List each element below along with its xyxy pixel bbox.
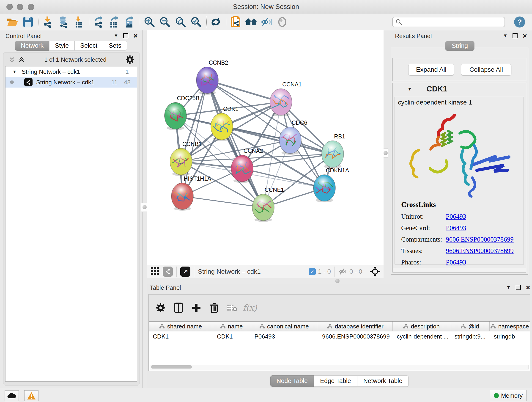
toolbar-separator [366,267,366,277]
crosslink-link[interactable]: P06493 [446,213,466,220]
glass-pane-button[interactable] [276,16,289,28]
crosslink-link[interactable]: P06493 [446,224,466,232]
hide-glass-pane-button[interactable] [260,16,273,28]
tab-select[interactable]: Select [75,41,103,51]
protein-structure-image [405,111,513,198]
delete-columns-button[interactable] [208,302,220,314]
export-table-button[interactable] [108,16,120,28]
zoom-in-icon [144,16,155,28]
column-header-canonical-name[interactable]: canonical name [250,322,318,331]
column-header-name[interactable]: name [213,322,250,331]
float-panel-button[interactable]: ▼ [503,33,508,38]
export-image-button[interactable] [123,16,136,28]
cloud-status-button[interactable] [5,390,19,401]
column-header-namespace[interactable]: namespace [490,322,530,331]
apply-layout-button[interactable] [209,16,222,28]
network-collection-row[interactable]: ▼ String Network – cdk1 1 [6,66,137,77]
search-field[interactable] [392,17,505,27]
protein-node[interactable]: CCNA1 [270,81,302,116]
protein-node[interactable]: HIST1H1A [171,175,211,211]
gene-collapse-icon[interactable]: ▼ [407,86,412,92]
close-panel-button[interactable]: × [523,34,527,38]
pan-crosshair-button[interactable] [370,266,380,277]
crosslink-link[interactable]: P06493 [446,259,466,266]
zoom-in-button[interactable] [143,16,156,28]
scrollbar-thumb[interactable] [151,365,192,369]
network-canvas[interactable]: CCNB2CCNA1CDC25BCDK1CDC6RB1CCNB1CCNA2CDK… [147,30,384,265]
create-column-button[interactable] [190,302,202,314]
table-cell[interactable]: P06493 [250,333,318,340]
collapse-all-button[interactable]: Collapse All [461,64,511,76]
collapse-all-networks-icon[interactable] [8,56,16,64]
memory-button[interactable]: Memory [490,390,526,401]
gene-card-header[interactable]: ▼ CDK1 [393,83,526,95]
string-view-button[interactable] [163,267,173,277]
network-options-gear-icon[interactable] [125,55,134,64]
column-header-database-identifier[interactable]: database identifier [318,322,393,331]
results-panel-title: Results Panel [395,32,432,39]
tab-sets[interactable]: Sets [103,41,127,51]
results-horizontal-scrollbar[interactable] [393,268,526,272]
network-row-selected[interactable]: String Network – cdk1 11 48 [6,77,137,88]
crosslink-link[interactable]: 9606.ENSP00000378699 [446,236,514,243]
warnings-button[interactable] [24,390,38,401]
column-header--id[interactable]: @id [450,322,490,331]
selected-indicator-checkbox[interactable]: ✓ [309,268,316,275]
import-network-database-button[interactable] [57,16,70,28]
float-panel-button[interactable]: ▼ [506,285,511,290]
maximize-panel-button[interactable] [123,33,128,38]
control-panel-tabs: Network Style Select Sets [15,41,127,51]
tab-node-table[interactable]: Node Table [270,375,314,387]
protein-node[interactable]: RB1 [322,133,345,168]
collection-expand-icon[interactable]: ▼ [12,69,17,74]
network-from-document-button[interactable] [229,16,242,28]
protein-node[interactable]: CDC25B [165,95,200,130]
float-panel-button[interactable]: ▼ [114,33,119,38]
toolbar-separator [89,16,89,28]
import-table-file-button[interactable] [72,16,85,28]
gene-card-body: cyclin-dependent kinase 1 [394,97,524,264]
table-cell[interactable]: cyclin-dependent ... [393,333,450,340]
table-cell[interactable]: 9606.ENSP00000378699 [318,333,393,340]
import-network-file-button[interactable] [41,16,54,28]
export-network-icon [93,16,104,28]
table-horizontal-scrollbar[interactable] [150,365,529,370]
toolbar-separator [140,16,140,28]
table-cell[interactable]: stringdb:9... [450,333,490,340]
close-panel-button[interactable]: × [526,285,530,289]
table-data-row[interactable]: CDK1CDK1P064939606.ENSP00000378699cyclin… [149,332,530,341]
table-cell[interactable]: CDK1 [149,333,213,340]
network-graph[interactable]: CCNB2CCNA1CDC25BCDK1CDC6RB1CCNB1CCNA2CDK… [147,30,384,265]
tab-edge-table[interactable]: Edge Table [314,375,357,387]
maximize-panel-button[interactable] [516,285,521,290]
bottom-splitter-handle[interactable] [335,279,340,283]
zoom-out-button[interactable] [158,16,171,28]
protein-node[interactable]: CDKN1A [313,167,349,202]
expand-all-networks-icon[interactable] [18,56,25,64]
export-network-button[interactable] [92,16,105,28]
birds-eye-view-button[interactable]: ↗ [180,267,190,277]
search-input[interactable] [402,18,500,26]
table-panel: Table Panel ▼ × [147,284,532,386]
open-session-button[interactable] [6,16,19,28]
close-panel-button[interactable]: × [133,34,138,38]
show-grid-button[interactable] [150,267,159,277]
show-columns-button[interactable] [172,302,184,314]
expand-all-button[interactable]: Expand All [408,64,454,76]
table-cell[interactable]: stringdb [490,333,530,340]
maximize-panel-button[interactable] [513,33,518,38]
column-header-shared-name[interactable]: shared name [149,322,213,331]
table-cell[interactable]: CDK1 [213,333,250,340]
crosslink-link[interactable]: 9606.ENSP00000378699 [446,247,514,255]
string-home-button[interactable] [245,16,258,28]
column-header-description[interactable]: description [393,322,450,331]
zoom-fit-button[interactable] [174,16,187,28]
tab-style[interactable]: Style [49,41,75,51]
help-button[interactable]: ? [514,17,525,27]
table-options-button[interactable] [155,302,167,314]
tab-network-table[interactable]: Network Table [357,375,409,387]
tab-network[interactable]: Network [15,41,49,51]
zoom-selected-button[interactable] [190,16,203,28]
save-session-button[interactable] [22,16,34,28]
tab-string-results[interactable]: String [445,41,475,51]
